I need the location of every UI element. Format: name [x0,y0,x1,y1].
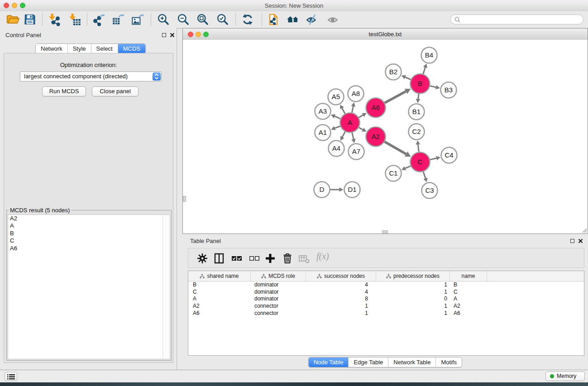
split-column-icon[interactable] [213,253,225,264]
tab-style[interactable]: Style [68,44,91,53]
graph-edge[interactable] [405,166,411,168]
node-table: shared nameMCDS rolesuccessor nodesprede… [188,271,584,356]
node-label-C: C [418,158,423,166]
graph-edge[interactable] [405,77,411,79]
column-header-mcds-role[interactable]: MCDS role [251,271,306,281]
close-table-panel-icon[interactable] [578,238,583,243]
refresh-icon[interactable] [241,13,254,26]
close-panel-button[interactable]: Close panel [92,86,139,96]
toolbar-separator [262,13,262,26]
tab-select[interactable]: Select [91,44,118,53]
tab-node-table[interactable]: Node Table [309,357,349,367]
node-label-A1: A1 [319,129,327,136]
memory-button[interactable]: Memory [545,372,585,381]
mcds-result-item[interactable]: B [8,230,170,237]
graph-edge[interactable] [335,116,340,119]
run-mcds-button[interactable]: Run MCDS [42,86,86,96]
two-houses-icon[interactable] [286,13,300,26]
left-scrollbar-handle[interactable] [183,196,186,202]
save-session-icon[interactable] [23,13,37,26]
table-settings-gear-icon[interactable] [196,253,208,264]
table-row[interactable]: Adominator80A [188,295,584,303]
graph-edge[interactable] [342,108,345,114]
export-network-icon[interactable] [92,13,105,26]
tab-network-table[interactable]: Network Table [388,357,436,367]
cell-shared_name: C [188,289,251,296]
graph-edge[interactable] [423,172,425,178]
zoom-selected-icon[interactable] [216,13,229,26]
open-session-icon[interactable] [6,13,19,26]
export-image-icon[interactable] [131,13,144,26]
table-row[interactable]: Bdominator41B [188,281,584,289]
tab-network[interactable]: Network [36,44,68,53]
node-label-C4: C4 [445,151,453,159]
cell-name: C [450,289,487,296]
edge-arrowhead [351,102,355,107]
result-scrollbar[interactable] [163,215,170,359]
bottom-scrollbar-handle[interactable] [382,230,388,234]
mcds-result-item[interactable]: A2 [8,215,170,222]
tab-mcds[interactable]: MCDS [118,44,145,53]
tab-motifs[interactable]: Motifs [436,357,462,367]
graph-edge[interactable] [385,91,406,103]
graph-edge[interactable] [418,144,419,152]
graph-edge[interactable] [352,106,353,113]
zoom-in-icon[interactable] [157,13,170,26]
mcds-result-item[interactable]: A6 [8,245,170,252]
network-window-titlebar[interactable]: testGlobe.txt [183,29,588,40]
tab-edge-table[interactable]: Edge Table [349,357,388,367]
graph-edge[interactable] [385,142,406,154]
edge-arrowhead [416,140,421,145]
new-network-from-selection-icon[interactable] [267,13,280,26]
graph-edge[interactable] [418,94,419,99]
sort-tree-icon [200,274,205,279]
graph-edge[interactable] [430,86,436,87]
graph-edge[interactable] [352,133,354,139]
graph-edge[interactable] [335,126,340,128]
column-header-predecessor-nodes[interactable]: predecessor nodes [376,271,450,281]
search-input[interactable] [450,14,583,24]
table-row[interactable]: A2connector11A2 [188,303,584,310]
float-table-panel-icon[interactable] [570,239,574,243]
criterion-dropdown[interactable]: largest connected component (directed) [20,71,162,81]
column-header-name[interactable]: name [450,271,487,281]
graph-edge[interactable] [342,132,345,137]
zoom-fit-icon[interactable] [196,13,210,26]
mcds-result-item[interactable]: C [8,237,170,244]
network-canvas[interactable]: B4B2BB3A5A8A6A3B1AA1C2A2A4A7C4CC1C3DD1 [183,40,588,234]
node-label-A2: A2 [372,133,380,140]
graph-edge[interactable] [359,115,363,117]
graph-edge[interactable] [430,158,436,160]
node-label-D1: D1 [348,186,356,193]
show-all-eye-icon[interactable] [326,13,340,26]
task-history-button[interactable] [5,372,17,381]
graph-edge[interactable] [359,128,363,130]
resize-grip-icon[interactable] [581,227,587,233]
window-title: Session: New Session [0,0,588,11]
table-row[interactable]: A6connector11A6 [188,310,584,317]
delete-column-trash-icon[interactable] [282,253,293,264]
sort-tree-icon [261,274,266,279]
network-graph[interactable]: B4B2BB3A5A8A6A3B1AA1C2A2A4A7C4CC1C3DD1 [183,40,588,234]
select-all-columns-icon[interactable] [231,253,243,264]
hide-selected-eye-icon[interactable] [306,13,319,26]
deselect-all-columns-icon[interactable] [249,253,260,264]
import-table-icon[interactable] [68,13,81,26]
edge-arrowhead [416,99,421,103]
mcds-result-item[interactable]: A [8,222,170,229]
main-toolbar [0,11,588,29]
zoom-out-icon[interactable] [177,13,190,26]
column-header-shared-name[interactable]: shared name [188,271,251,281]
desktop-background [0,382,588,386]
add-column-icon[interactable] [264,253,276,264]
column-header-successor-nodes[interactable]: successor nodes [306,271,376,281]
export-table-icon[interactable] [111,13,125,26]
graph-edge[interactable] [423,67,425,74]
cell-predecessor_nodes: 1 [376,310,450,317]
mcds-result-list[interactable]: A2ABCA6 [8,214,170,359]
float-panel-icon[interactable] [162,33,166,37]
close-panel-icon[interactable] [170,33,175,38]
import-network-icon[interactable] [48,13,61,26]
node-label-B4: B4 [425,51,433,59]
table-row[interactable]: Cdominator41C [188,289,584,296]
